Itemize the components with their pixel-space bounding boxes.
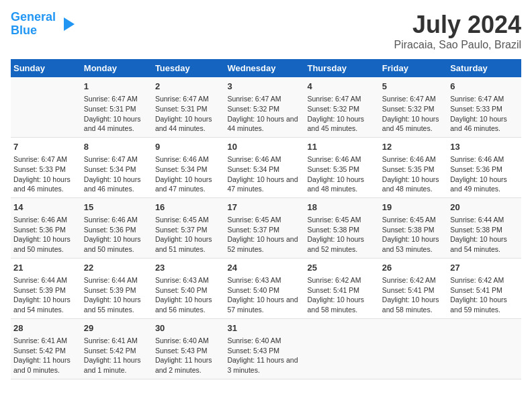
day-info: Sunrise: 6:44 AMSunset: 5:39 PMDaylight:… — [13, 275, 79, 315]
calendar-cell: 4Sunrise: 6:47 AMSunset: 5:32 PMDaylight… — [304, 77, 379, 137]
day-info: Sunrise: 6:46 AMSunset: 5:36 PMDaylight:… — [84, 215, 150, 255]
day-info: Sunrise: 6:42 AMSunset: 5:41 PMDaylight:… — [382, 275, 445, 315]
day-info: Sunrise: 6:42 AMSunset: 5:41 PMDaylight:… — [450, 275, 519, 315]
main-title: July 2024 — [394, 11, 521, 39]
day-number: 2 — [155, 81, 222, 93]
day-info: Sunrise: 6:45 AMSunset: 5:37 PMDaylight:… — [227, 215, 302, 255]
day-info: Sunrise: 6:47 AMSunset: 5:33 PMDaylight:… — [450, 94, 519, 134]
day-info: Sunrise: 6:46 AMSunset: 5:34 PMDaylight:… — [227, 154, 302, 194]
day-number: 21 — [13, 262, 79, 274]
week-row-1: 1Sunrise: 6:47 AMSunset: 5:31 PMDaylight… — [11, 77, 521, 137]
calendar-cell: 26Sunrise: 6:42 AMSunset: 5:41 PMDayligh… — [380, 258, 447, 318]
day-number: 1 — [84, 81, 150, 93]
day-number: 26 — [382, 262, 445, 274]
col-header-saturday: Saturday — [447, 59, 521, 77]
calendar-cell: 3Sunrise: 6:47 AMSunset: 5:32 PMDaylight… — [224, 77, 304, 137]
calendar-cell: 31Sunrise: 6:40 AMSunset: 5:43 PMDayligh… — [224, 318, 304, 379]
calendar-cell: 28Sunrise: 6:41 AMSunset: 5:42 PMDayligh… — [11, 318, 81, 379]
calendar-cell: 24Sunrise: 6:43 AMSunset: 5:40 PMDayligh… — [224, 258, 304, 318]
week-row-5: 28Sunrise: 6:41 AMSunset: 5:42 PMDayligh… — [11, 318, 521, 379]
logo: General Blue — [11, 11, 76, 38]
calendar-table: SundayMondayTuesdayWednesdayThursdayFrid… — [11, 59, 521, 379]
day-number: 20 — [450, 201, 519, 214]
calendar-cell: 13Sunrise: 6:46 AMSunset: 5:36 PMDayligh… — [447, 137, 521, 197]
week-row-2: 7Sunrise: 6:47 AMSunset: 5:33 PMDaylight… — [11, 137, 521, 197]
calendar-cell: 1Sunrise: 6:47 AMSunset: 5:31 PMDaylight… — [81, 77, 152, 137]
calendar-cell: 30Sunrise: 6:40 AMSunset: 5:43 PMDayligh… — [152, 318, 225, 379]
day-number: 10 — [227, 141, 302, 153]
day-number: 27 — [450, 262, 519, 274]
day-number: 16 — [155, 201, 222, 214]
day-number: 17 — [227, 201, 302, 214]
calendar-cell: 10Sunrise: 6:46 AMSunset: 5:34 PMDayligh… — [224, 137, 304, 197]
day-info: Sunrise: 6:46 AMSunset: 5:35 PMDaylight:… — [382, 154, 445, 194]
logo-text: General Blue — [11, 11, 56, 38]
day-info: Sunrise: 6:47 AMSunset: 5:31 PMDaylight:… — [84, 94, 150, 134]
day-info: Sunrise: 6:44 AMSunset: 5:38 PMDaylight:… — [450, 215, 519, 255]
calendar-cell: 23Sunrise: 6:43 AMSunset: 5:40 PMDayligh… — [152, 258, 225, 318]
calendar-cell: 15Sunrise: 6:46 AMSunset: 5:36 PMDayligh… — [81, 197, 152, 258]
day-number: 9 — [155, 141, 222, 153]
day-info: Sunrise: 6:41 AMSunset: 5:42 PMDaylight:… — [13, 336, 79, 375]
day-number: 22 — [84, 262, 150, 274]
calendar-cell: 12Sunrise: 6:46 AMSunset: 5:35 PMDayligh… — [380, 137, 447, 197]
calendar-cell: 5Sunrise: 6:47 AMSunset: 5:32 PMDaylight… — [380, 77, 447, 137]
day-info: Sunrise: 6:45 AMSunset: 5:38 PMDaylight:… — [307, 215, 376, 255]
calendar-cell: 21Sunrise: 6:44 AMSunset: 5:39 PMDayligh… — [11, 258, 81, 318]
calendar-cell — [11, 77, 81, 137]
day-number: 13 — [450, 141, 519, 153]
title-block: July 2024 Piracaia, Sao Paulo, Brazil — [394, 11, 521, 51]
calendar-cell: 18Sunrise: 6:45 AMSunset: 5:38 PMDayligh… — [304, 197, 379, 258]
day-number: 3 — [227, 81, 302, 93]
week-row-3: 14Sunrise: 6:46 AMSunset: 5:36 PMDayligh… — [11, 197, 521, 258]
day-number: 19 — [382, 201, 445, 214]
day-info: Sunrise: 6:46 AMSunset: 5:36 PMDaylight:… — [13, 215, 79, 255]
calendar-cell — [304, 318, 379, 379]
calendar-cell: 20Sunrise: 6:44 AMSunset: 5:38 PMDayligh… — [447, 197, 521, 258]
day-number: 11 — [307, 141, 376, 153]
calendar-cell: 8Sunrise: 6:47 AMSunset: 5:34 PMDaylight… — [81, 137, 152, 197]
day-info: Sunrise: 6:47 AMSunset: 5:32 PMDaylight:… — [227, 94, 302, 134]
day-number: 8 — [84, 141, 150, 153]
calendar-cell: 6Sunrise: 6:47 AMSunset: 5:33 PMDaylight… — [447, 77, 521, 137]
logo-line1: General — [11, 10, 56, 24]
day-number: 28 — [13, 322, 79, 334]
calendar-cell: 19Sunrise: 6:45 AMSunset: 5:38 PMDayligh… — [380, 197, 447, 258]
day-info: Sunrise: 6:45 AMSunset: 5:37 PMDaylight:… — [155, 215, 222, 255]
calendar-cell — [447, 318, 521, 379]
day-info: Sunrise: 6:42 AMSunset: 5:41 PMDaylight:… — [307, 275, 376, 315]
calendar-cell — [380, 318, 447, 379]
day-number: 18 — [307, 201, 376, 214]
calendar-cell: 2Sunrise: 6:47 AMSunset: 5:31 PMDaylight… — [152, 77, 225, 137]
day-info: Sunrise: 6:46 AMSunset: 5:35 PMDaylight:… — [307, 154, 376, 194]
calendar-cell: 11Sunrise: 6:46 AMSunset: 5:35 PMDayligh… — [304, 137, 379, 197]
calendar-cell: 7Sunrise: 6:47 AMSunset: 5:33 PMDaylight… — [11, 137, 81, 197]
calendar-cell: 17Sunrise: 6:45 AMSunset: 5:37 PMDayligh… — [224, 197, 304, 258]
col-header-thursday: Thursday — [304, 59, 379, 77]
logo-icon — [57, 15, 76, 34]
day-info: Sunrise: 6:45 AMSunset: 5:38 PMDaylight:… — [382, 215, 445, 255]
calendar-cell: 16Sunrise: 6:45 AMSunset: 5:37 PMDayligh… — [152, 197, 225, 258]
day-number: 31 — [227, 322, 302, 334]
day-number: 12 — [382, 141, 445, 153]
col-header-tuesday: Tuesday — [152, 59, 225, 77]
calendar-cell: 25Sunrise: 6:42 AMSunset: 5:41 PMDayligh… — [304, 258, 379, 318]
day-info: Sunrise: 6:40 AMSunset: 5:43 PMDaylight:… — [155, 336, 222, 375]
calendar-cell: 27Sunrise: 6:42 AMSunset: 5:41 PMDayligh… — [447, 258, 521, 318]
day-info: Sunrise: 6:46 AMSunset: 5:36 PMDaylight:… — [450, 154, 519, 194]
day-info: Sunrise: 6:47 AMSunset: 5:33 PMDaylight:… — [13, 154, 79, 194]
day-info: Sunrise: 6:47 AMSunset: 5:34 PMDaylight:… — [84, 154, 150, 194]
calendar-cell: 22Sunrise: 6:44 AMSunset: 5:39 PMDayligh… — [81, 258, 152, 318]
day-info: Sunrise: 6:47 AMSunset: 5:32 PMDaylight:… — [307, 94, 376, 134]
day-info: Sunrise: 6:40 AMSunset: 5:43 PMDaylight:… — [227, 336, 302, 375]
day-info: Sunrise: 6:43 AMSunset: 5:40 PMDaylight:… — [227, 275, 302, 315]
svg-marker-0 — [64, 17, 75, 31]
day-info: Sunrise: 6:44 AMSunset: 5:39 PMDaylight:… — [84, 275, 150, 315]
col-header-monday: Monday — [81, 59, 152, 77]
day-info: Sunrise: 6:46 AMSunset: 5:34 PMDaylight:… — [155, 154, 222, 194]
day-info: Sunrise: 6:43 AMSunset: 5:40 PMDaylight:… — [155, 275, 222, 315]
calendar-cell: 9Sunrise: 6:46 AMSunset: 5:34 PMDaylight… — [152, 137, 225, 197]
day-number: 25 — [307, 262, 376, 274]
day-number: 7 — [13, 141, 79, 153]
day-number: 23 — [155, 262, 222, 274]
